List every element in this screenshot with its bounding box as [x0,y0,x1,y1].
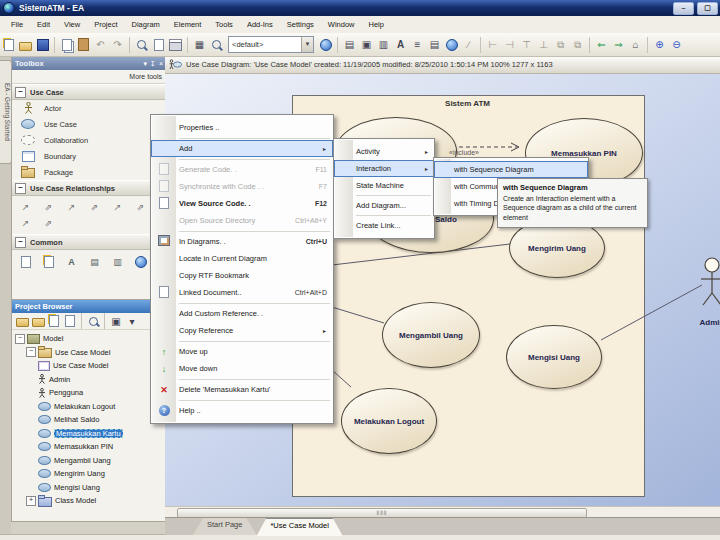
font-icon[interactable]: A [393,37,408,52]
toolbox-close-icon[interactable]: × [159,60,163,67]
copy-icon[interactable] [59,37,74,52]
legend-tool-icon[interactable]: ▤ [83,254,106,270]
redo-icon[interactable]: ↷ [110,37,125,52]
precedes-icon[interactable]: ⇗ [37,215,60,231]
image-icon[interactable]: ▣ [359,37,374,52]
tool-collaboration[interactable]: Collaboration [12,132,166,148]
home-icon[interactable]: ⌂ [628,37,643,52]
tree-node-admin[interactable]: Admin [12,373,166,387]
minimize-button[interactable]: – [673,2,694,15]
same-width-icon[interactable]: ⧉ [553,37,568,52]
forward-icon[interactable]: ⇒ [611,37,626,52]
more-tools-label[interactable]: More tools [129,73,162,80]
undo-icon[interactable]: ↶ [93,37,108,52]
menu-view[interactable]: View [57,18,87,31]
align-top-icon[interactable]: ⊤ [519,37,534,52]
tab-start-page[interactable]: Start Page [193,518,256,535]
menu-element[interactable]: Element [167,18,209,31]
expander-icon[interactable] [26,496,36,506]
extend-icon[interactable]: ⇗ [83,199,106,215]
zoom-out-icon[interactable]: ⊖ [669,37,684,52]
search-icon[interactable] [134,37,149,52]
tree-node-class-model[interactable]: Class Model [12,494,166,508]
realize-icon[interactable]: ↗ [106,199,129,215]
submenu-item-create-link[interactable]: Create Link... [334,217,434,234]
tree-node-use-case-diagram[interactable]: Use Case Model [12,359,166,373]
generalize-icon[interactable]: ⇗ [37,199,60,215]
section-use-case[interactable]: Use Case [12,84,166,100]
new-element-icon[interactable] [63,315,77,328]
new-project-icon[interactable] [15,315,29,328]
menu-project[interactable]: Project [87,18,124,31]
project-window-icon[interactable]: ▦ [192,37,207,52]
style-combo[interactable]: <default> ▼ [228,36,314,53]
text-tool-icon[interactable]: A [60,254,83,270]
menu-item-locate-current-diagram[interactable]: Locate in Current Diagram [151,250,333,267]
tree-node-mengisi-uang[interactable]: Mengisi Uang [12,481,166,495]
note-tool-icon[interactable] [14,254,37,270]
menu-item-delete[interactable]: ✕ Delete 'Memasukkan Kartu' [151,381,333,398]
more-tools-row[interactable]: More tools [12,70,166,84]
tree-node-pengguna[interactable]: Pengguna [12,386,166,400]
collapse-icon[interactable] [15,237,26,248]
associate-icon[interactable]: ↗ [14,199,37,215]
package-icon[interactable]: ▤ [342,37,357,52]
paste-icon[interactable] [76,37,91,52]
menu-file[interactable]: File [4,18,30,31]
tool-use-case[interactable]: Use Case [12,116,166,132]
collapse-icon[interactable] [15,183,26,194]
element-list-icon[interactable]: ▥ [376,37,391,52]
menu-help[interactable]: Help [362,18,391,31]
use-case-melakukan-logout[interactable]: Melakukan Logout [341,388,437,454]
maximize-button[interactable]: ▢ [697,2,718,15]
align-left-icon[interactable]: ⊢ [485,37,500,52]
save-icon[interactable] [35,37,50,52]
toolbox-menu-icon[interactable]: ▾ [144,60,148,68]
submenu-item-interaction[interactable]: Interaction [334,160,434,177]
admin-actor[interactable]: Admin [700,258,720,327]
use-case-mengisi-uang[interactable]: Mengisi Uang [506,325,602,389]
toolbox-pin-icon[interactable]: ↧ [150,60,156,68]
menu-item-view-source[interactable]: View Source Code. . F12 [151,195,333,212]
browser-dropdown-icon[interactable]: ▾ [125,315,139,328]
tree-node-use-case-model-pkg[interactable]: Use Case Model [12,346,166,360]
notes-icon[interactable]: ≡ [410,37,425,52]
submenu-item-activity[interactable]: Activity [334,143,434,160]
web-icon[interactable] [444,37,459,52]
menu-settings[interactable]: Settings [280,18,321,31]
artifact-tool-icon[interactable] [129,254,152,270]
submenu-item-with-sequence[interactable]: with Sequence Diagram [434,161,588,178]
back-icon[interactable]: ⇐ [594,37,609,52]
invokes-icon[interactable]: ↗ [14,215,37,231]
new-diagram-icon[interactable] [47,315,61,328]
same-height-icon[interactable]: ⧉ [570,37,585,52]
find-in-browser-icon[interactable] [209,37,224,52]
help-icon[interactable] [318,37,333,52]
combo-caret-icon[interactable]: ▼ [301,37,313,52]
hyperlink-tool-icon[interactable]: ▥ [106,254,129,270]
browser-options-icon[interactable]: ▣ [109,315,123,328]
new-package-icon[interactable] [31,315,45,328]
menu-item-copy-rtf-bookmark[interactable]: Copy RTF Bookmark [151,267,333,284]
tree-node-melakukan-logout[interactable]: Melakukan Logout [12,400,166,414]
menu-item-move-down[interactable]: ↓ Move down [151,360,333,377]
expander-icon[interactable] [15,334,25,344]
numbering-icon[interactable]: ▤ [427,37,442,52]
menu-window[interactable]: Window [321,18,362,31]
dependency-icon[interactable]: ⇗ [129,199,152,215]
menu-diagram[interactable]: Diagram [125,18,167,31]
menu-item-linked-document[interactable]: Linked Document.. Ctrl+Alt+D [151,284,333,301]
menu-item-properties[interactable]: Properties .. [151,119,333,136]
submenu-item-state-machine[interactable]: State Machine [334,177,434,194]
menu-item-copy-reference[interactable]: Copy Reference [151,322,333,339]
tree-node-mengambil-uang[interactable]: Mengambil Uang [12,454,166,468]
section-relationships[interactable]: Use Case Relationships [12,180,166,196]
tree-node-memasukkan-pin[interactable]: Memasukkan PIN [12,440,166,454]
tree-node-mengirim-uang[interactable]: Mengirim Uang [12,467,166,481]
tool-package[interactable]: Package [12,164,166,180]
align-right-icon[interactable]: ⊣ [502,37,517,52]
new-file-icon[interactable] [1,37,16,52]
align-bottom-icon[interactable]: ⊥ [536,37,551,52]
menu-item-in-diagrams[interactable]: In Diagrams. . Ctrl+U [151,233,333,250]
include-icon[interactable]: ↗ [60,199,83,215]
